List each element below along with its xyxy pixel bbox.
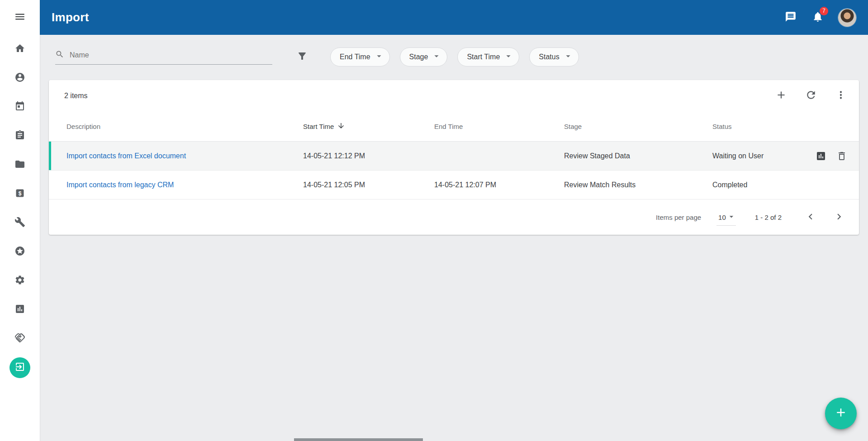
row-chart-button[interactable] — [815, 150, 827, 162]
page-title: Import — [52, 10, 89, 24]
card-header: 2 items — [49, 80, 859, 112]
search-icon — [55, 50, 64, 61]
plus-icon — [775, 89, 787, 103]
filter-pill-start-time[interactable]: Start Time — [457, 47, 519, 66]
row-description-link[interactable]: Import contacts from legacy CRM — [66, 181, 174, 189]
column-label: Start Time — [303, 123, 334, 130]
table-row[interactable]: Import contacts from legacy CRM 14-05-21… — [49, 171, 859, 199]
pill-label: Start Time — [467, 53, 500, 61]
sidebar-item-calendar[interactable] — [0, 93, 40, 122]
card-actions — [771, 86, 851, 106]
row-status: Waiting on User — [712, 152, 764, 160]
more-options-button[interactable] — [831, 86, 851, 106]
hamburger-icon — [14, 11, 26, 24]
funnel-icon — [297, 51, 308, 63]
filter-pills: End Time Stage Start Time Status — [330, 47, 579, 66]
row-status: Completed — [712, 181, 747, 189]
gear-icon — [14, 275, 25, 287]
row-actions — [815, 150, 848, 162]
search-box — [55, 50, 272, 65]
sidebar-item-tools[interactable] — [0, 209, 40, 237]
sidebar-item-home[interactable] — [0, 35, 40, 64]
chevron-right-icon — [833, 211, 845, 224]
filter-pill-status[interactable]: Status — [529, 47, 579, 66]
plus-icon — [834, 406, 848, 421]
sidebar-item-tasks[interactable] — [0, 122, 40, 151]
row-start-time: 14-05-21 12:12 PM — [303, 152, 434, 160]
row-stage: Review Match Results — [564, 181, 712, 189]
notifications-button[interactable]: 7 — [811, 11, 825, 24]
horizontal-scrollbar-thumb[interactable] — [294, 438, 423, 441]
svg-text:$: $ — [19, 190, 22, 197]
sort-arrow-down-icon — [337, 122, 345, 131]
topbar-actions: 7 — [784, 9, 856, 27]
person-icon — [14, 72, 25, 85]
messages-button[interactable] — [784, 11, 797, 24]
sidebar-item-settings[interactable] — [0, 266, 40, 295]
avatar[interactable] — [838, 9, 856, 27]
row-delete-button[interactable] — [835, 150, 848, 162]
items-count: 2 items — [64, 92, 88, 100]
chevron-down-icon — [374, 51, 384, 63]
column-header-description[interactable]: Description — [66, 123, 303, 130]
column-header-status[interactable]: Status — [712, 123, 848, 130]
sidebar-item-partners[interactable] — [0, 324, 40, 353]
search-input[interactable] — [69, 51, 272, 60]
app-root: $ Import — [0, 0, 868, 441]
previous-page-button[interactable] — [801, 207, 821, 227]
wrench-icon — [14, 217, 25, 229]
fab-create-button[interactable] — [825, 398, 857, 429]
import-list-card: 2 items Description Start Time — [49, 80, 859, 235]
import-active-bubble — [9, 357, 30, 378]
chevron-down-icon — [727, 212, 736, 223]
filter-pill-end-time[interactable]: End Time — [330, 47, 390, 66]
row-description-link[interactable]: Import contacts from Excel document — [66, 152, 186, 160]
pagination-bar: Items per page 10 1 - 2 of 2 — [49, 199, 859, 235]
chevron-down-icon — [503, 51, 513, 63]
items-per-page-select[interactable]: 10 — [716, 209, 736, 226]
import-exit-icon — [14, 361, 25, 374]
column-header-stage[interactable]: Stage — [564, 123, 712, 130]
pill-label: Stage — [409, 53, 428, 61]
pill-label: End Time — [340, 53, 370, 61]
row-end-time: 14-05-21 12:07 PM — [434, 181, 564, 189]
top-app-bar: Import 7 — [40, 0, 868, 35]
folder-icon — [14, 159, 25, 171]
refresh-button[interactable] — [801, 86, 821, 106]
items-per-page-value: 10 — [718, 213, 726, 221]
add-button[interactable] — [771, 86, 791, 106]
main-area: Import 7 End Time — [40, 0, 868, 441]
sidebar-item-documents[interactable] — [0, 151, 40, 180]
row-stage: Review Staged Data — [564, 152, 712, 160]
sidebar-item-billing[interactable]: $ — [0, 180, 40, 209]
filter-button[interactable] — [297, 51, 308, 63]
bar-chart-icon — [14, 303, 25, 316]
filter-bar: End Time Stage Start Time Status — [40, 35, 868, 66]
calendar-icon — [14, 101, 25, 114]
chevron-left-icon — [805, 211, 816, 224]
sidebar-item-favorites[interactable] — [0, 237, 40, 266]
sidebar-item-contacts[interactable] — [0, 64, 40, 93]
chevron-down-icon — [563, 51, 573, 63]
items-per-page-label: Items per page — [656, 213, 701, 221]
pagination-range-label: 1 - 2 of 2 — [755, 213, 782, 221]
sidebar-item-reports[interactable] — [0, 295, 40, 324]
column-header-end-time[interactable]: End Time — [434, 123, 564, 130]
sidebar-item-import[interactable] — [0, 353, 40, 382]
clipboard-icon — [14, 130, 25, 142]
menu-button[interactable] — [0, 0, 40, 35]
kebab-icon — [835, 89, 847, 103]
column-header-start-time[interactable]: Start Time — [303, 122, 434, 131]
next-page-button[interactable] — [829, 207, 849, 227]
dollar-icon: $ — [14, 188, 25, 200]
table-header-row: Description Start Time End Time Stage St… — [49, 112, 859, 142]
sidebar: $ — [0, 0, 40, 441]
star-circle-icon — [14, 246, 25, 258]
notification-badge: 7 — [820, 7, 828, 15]
refresh-icon — [805, 89, 817, 103]
chevron-down-icon — [432, 51, 441, 63]
filter-pill-stage[interactable]: Stage — [400, 47, 448, 66]
pill-label: Status — [539, 53, 559, 61]
chat-icon — [785, 11, 797, 24]
table-row[interactable]: Import contacts from Excel document 14-0… — [49, 142, 859, 171]
